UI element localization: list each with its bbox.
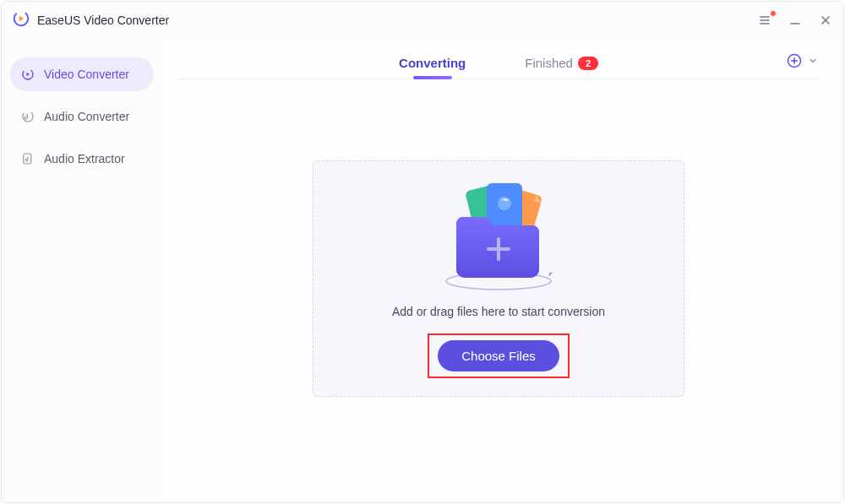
window-controls: [757, 2, 833, 39]
tab-label: Finished: [525, 56, 573, 70]
chevron-down-icon: [808, 56, 818, 66]
add-button[interactable]: [786, 52, 818, 69]
tab-converting[interactable]: Converting: [399, 47, 466, 79]
plus-circle-icon: [786, 52, 803, 69]
minimize-button[interactable]: [788, 13, 803, 28]
menu-button[interactable]: [757, 13, 772, 28]
choose-files-highlight: Choose Files: [428, 333, 570, 378]
svg-point-8: [21, 110, 35, 123]
audio-extractor-icon: [20, 151, 35, 166]
video-converter-icon: [20, 67, 35, 82]
svg-point-17: [498, 197, 511, 210]
sidebar-item-label: Audio Extractor: [44, 152, 125, 165]
dropzone[interactable]: Add or drag files here to start conversi…: [313, 160, 684, 397]
sidebar-item-audio-extractor[interactable]: Audio Extractor: [10, 142, 154, 176]
close-icon: [820, 14, 831, 26]
tabs: Converting Finished 2: [179, 47, 818, 79]
menu-icon: [758, 14, 771, 27]
choose-files-button[interactable]: Choose Files: [438, 340, 559, 371]
app-logo-icon: [12, 9, 30, 31]
sidebar-item-label: Video Converter: [44, 68, 129, 81]
sidebar: Video Converter Audio Converter: [2, 39, 162, 502]
tab-label: Converting: [399, 56, 466, 70]
notification-dot-icon: [771, 11, 776, 16]
sidebar-item-audio-converter[interactable]: Audio Converter: [10, 100, 154, 133]
folder-illustration-icon: [431, 180, 566, 290]
sidebar-item-label: Audio Converter: [44, 110, 129, 123]
main-panel: Converting Finished 2: [162, 39, 843, 502]
finished-count-badge: 2: [578, 57, 598, 70]
audio-converter-icon: [20, 109, 35, 124]
app-logo-group: EaseUS Video Converter: [12, 9, 169, 31]
minimize-icon: [789, 14, 801, 26]
dropzone-hint: Add or drag files here to start conversi…: [392, 305, 605, 318]
titlebar: EaseUS Video Converter: [2, 2, 843, 39]
close-button[interactable]: [818, 13, 833, 28]
body-area: Video Converter Audio Converter: [2, 39, 843, 502]
app-window: EaseUS Video Converter: [1, 1, 844, 503]
app-title: EaseUS Video Converter: [37, 14, 169, 27]
tab-finished[interactable]: Finished 2: [525, 47, 598, 79]
sidebar-item-video-converter[interactable]: Video Converter: [10, 57, 154, 91]
